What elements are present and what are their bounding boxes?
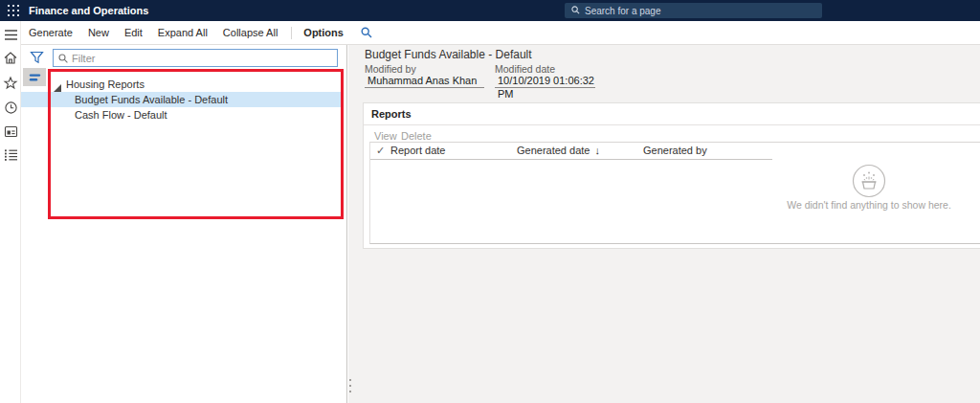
filter-funnel-icon[interactable] — [27, 49, 46, 66]
toolbar-separator — [291, 27, 292, 39]
collapse-all-button[interactable]: Collapse All — [223, 27, 278, 38]
action-toolbar: Generate New Edit Expand All Collapse Al… — [21, 21, 980, 45]
reports-card-header: Reports — [364, 103, 980, 125]
tree-node-housing-reports[interactable]: Housing Reports — [21, 77, 341, 92]
page-title: Budget Funds Available - Default — [365, 48, 532, 61]
recent-clock-icon[interactable] — [0, 99, 21, 116]
search-icon — [571, 6, 580, 16]
tree-node-cash-flow[interactable]: Cash Flow - Default — [21, 107, 341, 123]
pane-splitter-grip[interactable] — [349, 379, 352, 392]
tree-expand-icon[interactable] — [54, 80, 61, 88]
app-launcher-icon[interactable] — [8, 5, 20, 17]
reports-card: Reports View Delete ✓ Report date Genera… — [363, 102, 980, 249]
app-title: Finance and Operations — [29, 0, 148, 21]
tree-node-budget-funds[interactable]: Budget Funds Available - Default — [21, 92, 341, 107]
tree-panel: Housing Reports Budget Funds Available -… — [21, 45, 347, 403]
toolbar-search-icon[interactable] — [361, 27, 372, 38]
delete-button[interactable]: Delete — [401, 130, 432, 142]
tree-node-label: Budget Funds Available - Default — [75, 92, 228, 107]
new-button[interactable]: New — [88, 27, 109, 38]
sort-descending-icon: ↓ — [594, 145, 600, 156]
reports-grid: ✓ Report date Generated date↓ Generated … — [369, 142, 980, 244]
page-search-box[interactable]: Search for a page — [565, 3, 822, 18]
top-bar: Finance and Operations Search for a page — [0, 0, 980, 21]
home-icon[interactable] — [0, 49, 21, 66]
view-button[interactable]: View — [374, 130, 397, 142]
options-menu-button[interactable]: Options — [303, 27, 344, 38]
column-header-generated-date[interactable]: Generated date↓ — [517, 145, 600, 156]
column-header-generated-by[interactable]: Generated by — [643, 145, 707, 156]
select-all-checkmark-icon[interactable]: ✓ — [376, 145, 385, 157]
modules-list-icon[interactable] — [0, 146, 21, 164]
modified-by-value[interactable]: Muhammad Anas Khan — [365, 74, 484, 88]
report-tree: Housing Reports Budget Funds Available -… — [21, 77, 341, 123]
tree-filter-field[interactable] — [53, 49, 338, 67]
page-search-placeholder: Search for a page — [585, 6, 661, 16]
tree-filter-input[interactable] — [72, 53, 332, 64]
workspaces-icon[interactable] — [0, 123, 21, 140]
tree-node-label: Housing Reports — [66, 77, 145, 92]
edit-button[interactable]: Edit — [124, 27, 143, 38]
filter-search-icon — [58, 50, 68, 67]
reports-caption: Reports — [371, 108, 412, 120]
grid-header-row: ✓ Report date Generated date↓ Generated … — [370, 143, 772, 160]
expand-all-button[interactable]: Expand All — [158, 27, 208, 38]
column-header-report-date[interactable]: Report date — [390, 145, 445, 156]
menu-icon[interactable] — [0, 26, 21, 43]
detail-content: Budget Funds Available - Default Modifie… — [348, 45, 980, 403]
generate-button[interactable]: Generate — [29, 27, 73, 38]
empty-state-message: We didn't find anything to show here. — [773, 199, 965, 211]
tree-node-label: Cash Flow - Default — [75, 107, 167, 123]
nav-rail — [0, 21, 21, 403]
empty-state-icon — [852, 164, 886, 202]
favorites-star-icon[interactable] — [0, 74, 21, 91]
modified-date-value[interactable]: 10/10/2019 01:06:32 PM — [495, 74, 595, 88]
